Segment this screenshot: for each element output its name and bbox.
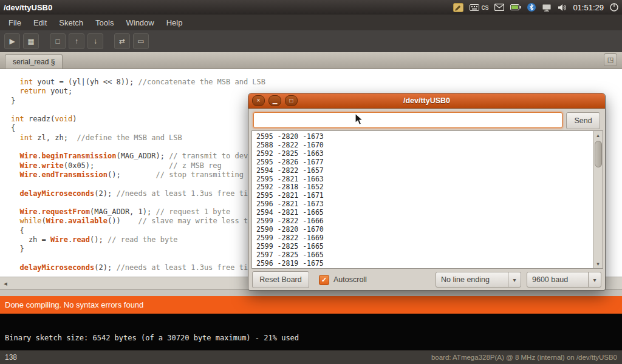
- keyboard-icon: [470, 4, 479, 11]
- board-info: board: ATmega328P(A) @ 8 MHz (internal) …: [431, 354, 617, 361]
- panel-window-title: /dev/ttyUSB0: [4, 3, 52, 12]
- clock[interactable]: 01:51:29: [573, 3, 604, 12]
- serial-output: 2595 -2820 -16732588 -2822 -16702592 -28…: [253, 132, 593, 268]
- line-ending-select[interactable]: No line ending ▾: [436, 272, 521, 288]
- session-menu-icon[interactable]: [610, 3, 618, 12]
- menu-help[interactable]: Help: [160, 16, 189, 29]
- menubar-items: FileEditSketchToolsWindowHelp: [0, 15, 622, 30]
- send-button[interactable]: Send: [566, 112, 600, 129]
- screen: /dev/ttyUSB0 cs 01:5: [0, 0, 622, 364]
- network-icon[interactable]: [542, 4, 552, 12]
- upload-icon: ⇄: [119, 37, 125, 46]
- serial-output-line: 2595 -2826 -1677: [256, 158, 589, 167]
- bluetooth-icon[interactable]: [527, 3, 536, 12]
- status-bar: Done compiling. No syntax errors found: [0, 296, 622, 314]
- serial-monitor-controls: Reset Board ✓ Autoscroll No line ending …: [252, 272, 601, 288]
- serial-output-line: 2588 -2822 -1670: [256, 141, 589, 150]
- serial-output-line: 2599 -2822 -1669: [256, 234, 589, 243]
- minimize-button[interactable]: ▁: [268, 95, 281, 106]
- new-file-icon: □: [55, 37, 60, 46]
- serial-output-line: 2599 -2825 -1665: [256, 243, 589, 251]
- serial-output-line: 2599 -2822 -1666: [256, 217, 589, 226]
- tab-bar: serial_read § ◳: [0, 52, 622, 69]
- line-number-indicator: 138: [5, 353, 17, 362]
- tab-menu-icon: ◳: [607, 56, 613, 64]
- open-button[interactable]: ↑: [69, 33, 84, 49]
- language-indicator-label: cs: [481, 3, 488, 12]
- keyboard-indicator[interactable]: cs: [470, 3, 488, 12]
- stop-button[interactable]: ▦: [23, 33, 39, 49]
- scroll-left-icon[interactable]: ◂: [0, 280, 11, 288]
- serial-output-line: 2597 -2825 -1665: [256, 251, 589, 260]
- maximize-icon: □: [289, 98, 293, 104]
- tab-menu-button[interactable]: ◳: [604, 53, 617, 66]
- serial-input-row: Send: [253, 112, 600, 128]
- maximize-button[interactable]: □: [285, 95, 298, 106]
- open-icon: ↑: [75, 37, 78, 46]
- upload-button[interactable]: ⇄: [114, 33, 130, 49]
- save-icon: ↓: [94, 37, 97, 46]
- serial-input[interactable]: [253, 112, 562, 128]
- stop-icon: ▦: [27, 37, 34, 46]
- notes-indicator-icon[interactable]: [453, 3, 463, 12]
- serial-monitor-icon: ▭: [137, 37, 144, 46]
- serial-output-line: 2594 -2821 -1665: [256, 209, 589, 217]
- serial-output-scrollbar[interactable]: ▴ ▾: [593, 131, 603, 268]
- serial-output-line: 2592 -2825 -1663: [256, 150, 589, 158]
- serial-monitor-button[interactable]: ▭: [133, 33, 149, 49]
- toolbar-buttons: ▶▦□↑↓⇄▭: [0, 30, 622, 53]
- save-button[interactable]: ↓: [87, 33, 103, 49]
- reset-board-button[interactable]: Reset Board: [252, 271, 309, 288]
- menu-sketch[interactable]: Sketch: [53, 16, 89, 29]
- serial-output-line: 2596 -2819 -1675: [256, 260, 589, 268]
- close-button[interactable]: ×: [252, 95, 265, 106]
- system-tray: cs 01:51:29: [453, 3, 618, 12]
- chevron-down-icon: ▾: [508, 272, 521, 287]
- new-button[interactable]: □: [50, 33, 66, 49]
- console-output: Binary sketch size: 6542 bytes (of a 307…: [0, 314, 622, 350]
- chevron-down-icon: ▾: [588, 272, 601, 287]
- serial-monitor-title: /dev/ttyUSB0: [248, 96, 605, 105]
- minimize-icon: ▁: [273, 98, 278, 104]
- serial-output-line: 2595 -2821 -1671: [256, 192, 589, 200]
- close-icon: ×: [257, 98, 261, 104]
- check-icon: ✓: [321, 277, 327, 283]
- serial-output-line: 2592 -2818 -1652: [256, 183, 589, 192]
- menu-tools[interactable]: Tools: [89, 16, 120, 29]
- baud-rate-select[interactable]: 9600 baud ▾: [527, 272, 601, 288]
- menu-window[interactable]: Window: [120, 16, 160, 29]
- play-icon: ▶: [9, 37, 15, 46]
- console-line: Binary sketch size: 6542 bytes (of a 307…: [5, 334, 622, 342]
- serial-output-line: 2594 -2822 -1657: [256, 167, 589, 175]
- serial-monitor-window: × ▁ □ /dev/ttyUSB0 Send 2595 -2820 -1673…: [248, 93, 606, 291]
- status-message: Done compiling. No syntax errors found: [5, 300, 143, 309]
- serial-output-line: 2595 -2821 -1663: [256, 175, 589, 184]
- volume-icon[interactable]: [558, 4, 567, 12]
- scroll-up-icon[interactable]: ▴: [593, 132, 603, 138]
- tab-label: serial_read §: [13, 58, 55, 66]
- autoscroll-label: Autoscroll: [333, 275, 367, 284]
- code-line: int yout = (yl|(yh << 8)); //concatenate…: [11, 78, 622, 87]
- serial-monitor-titlebar[interactable]: × ▁ □ /dev/ttyUSB0: [248, 93, 605, 109]
- battery-icon[interactable]: [510, 4, 521, 10]
- mail-icon[interactable]: [494, 4, 504, 11]
- verify-button[interactable]: ▶: [4, 33, 20, 49]
- serial-output-line: 2590 -2820 -1670: [256, 226, 589, 234]
- footer-bar: 138 board: ATmega328P(A) @ 8 MHz (intern…: [0, 350, 622, 364]
- scrollbar-thumb[interactable]: [595, 141, 602, 167]
- tab-serial-read[interactable]: serial_read §: [5, 54, 63, 69]
- scroll-down-icon[interactable]: ▾: [593, 261, 603, 267]
- serial-output-line: 2595 -2820 -1673: [256, 133, 589, 141]
- top-panel: /dev/ttyUSB0 cs 01:5: [0, 0, 622, 15]
- serial-output-area[interactable]: 2595 -2820 -16732588 -2822 -16702592 -28…: [251, 130, 603, 269]
- menu-file[interactable]: File: [2, 16, 27, 29]
- menu-edit[interactable]: Edit: [27, 16, 53, 29]
- serial-output-line: 2596 -2821 -1673: [256, 200, 589, 209]
- autoscroll-checkbox[interactable]: ✓: [319, 275, 329, 285]
- window-buttons: × ▁ □: [252, 95, 298, 106]
